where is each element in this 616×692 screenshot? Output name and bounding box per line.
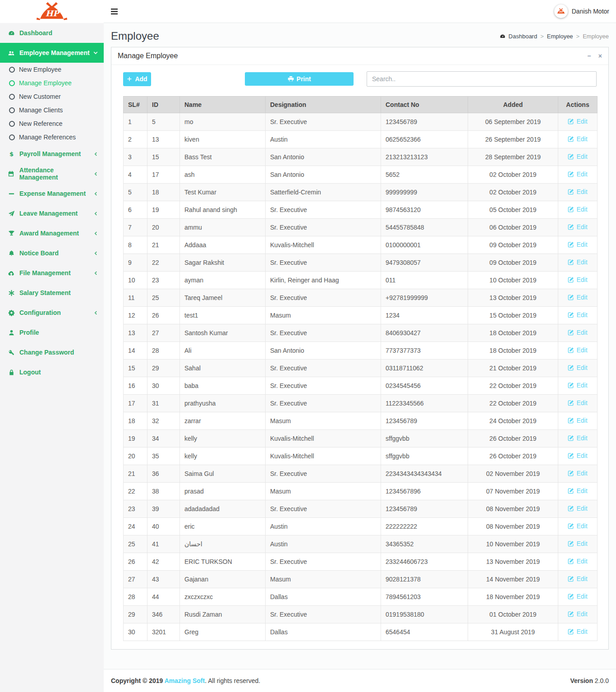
user-menu[interactable]: HP Danish Motor bbox=[554, 5, 609, 18]
edit-button[interactable]: Edit bbox=[568, 522, 587, 530]
sidebar-item-expense-management[interactable]: Expense Management bbox=[0, 184, 104, 203]
breadcrumb-employee[interactable]: Employee bbox=[547, 33, 573, 40]
cell-actions: Edit bbox=[558, 395, 598, 412]
cell-name: Tareq Jameel bbox=[180, 289, 266, 307]
sidebar-item-profile[interactable]: Profile bbox=[0, 323, 104, 342]
edit-button[interactable]: Edit bbox=[568, 399, 587, 406]
sidebar-item-award-management[interactable]: Award Management bbox=[0, 223, 104, 243]
edit-button[interactable]: Edit bbox=[568, 364, 587, 371]
sidebar-subitem-manage-references[interactable]: Manage References bbox=[0, 130, 104, 144]
table-row: 4 17 ash San Antonio 5652 02 October 201… bbox=[124, 166, 598, 184]
table-row: 15 29 Sahal Sr. Executive 03118711062 21… bbox=[124, 360, 598, 377]
edit-button[interactable]: Edit bbox=[568, 540, 587, 547]
edit-button[interactable]: Edit bbox=[568, 258, 587, 266]
table-row: 25 41 احسان Austin 34365352 10 November … bbox=[124, 535, 598, 553]
edit-button[interactable]: Edit bbox=[568, 135, 587, 143]
breadcrumb-dashboard[interactable]: Dashboard bbox=[509, 33, 538, 40]
cell-sl: 2 bbox=[124, 131, 147, 148]
edit-button[interactable]: Edit bbox=[568, 417, 587, 424]
sidebar-subitem-label: Manage References bbox=[19, 134, 76, 141]
sidebar-subitem-manage-clients[interactable]: Manage Clients bbox=[0, 103, 104, 117]
company-link[interactable]: Amazing Soft bbox=[165, 677, 205, 684]
edit-button-label: Edit bbox=[576, 610, 587, 618]
cell-name: Sahal bbox=[180, 360, 266, 377]
edit-button-label: Edit bbox=[576, 276, 587, 283]
search-input[interactable] bbox=[367, 71, 597, 87]
cell-designation: Austin bbox=[266, 535, 381, 553]
cell-id: 44 bbox=[147, 588, 180, 606]
brand-logo[interactable]: HP bbox=[0, 0, 104, 23]
edit-button[interactable]: Edit bbox=[568, 223, 587, 231]
cell-id: 28 bbox=[147, 342, 180, 360]
edit-button[interactable]: Edit bbox=[568, 206, 587, 213]
sidebar-item-logout[interactable]: Logout bbox=[0, 362, 104, 382]
sidebar-subitem-label: New Reference bbox=[19, 120, 63, 127]
edit-button[interactable]: Edit bbox=[568, 487, 587, 494]
sidebar-item-leave-management[interactable]: Leave Management bbox=[0, 203, 104, 223]
edit-button[interactable]: Edit bbox=[568, 452, 587, 459]
circle-icon bbox=[9, 134, 15, 140]
chevron-left-icon bbox=[93, 271, 98, 276]
sidebar-subitem-new-reference[interactable]: New Reference bbox=[0, 117, 104, 130]
sidebar-item-salary-statement[interactable]: Salary Statement bbox=[0, 283, 104, 303]
cell-added: 18 October 2019 bbox=[468, 324, 558, 342]
edit-button[interactable]: Edit bbox=[568, 628, 587, 635]
cell-designation: Sr. Executive bbox=[266, 219, 381, 236]
print-button[interactable]: Print bbox=[245, 72, 354, 86]
edit-button[interactable]: Edit bbox=[568, 470, 587, 477]
cell-designation: Sr. Executive bbox=[266, 324, 381, 342]
close-icon[interactable]: × bbox=[598, 52, 602, 60]
cell-actions: Edit bbox=[558, 342, 598, 360]
edit-button[interactable]: Edit bbox=[568, 610, 587, 618]
sidebar-item-label: File Management bbox=[19, 269, 71, 277]
send-icon bbox=[7, 210, 16, 217]
cell-designation: Sr. Executive bbox=[266, 254, 381, 272]
edit-button[interactable]: Edit bbox=[568, 241, 587, 248]
edit-button[interactable]: Edit bbox=[568, 593, 587, 600]
edit-button[interactable]: Edit bbox=[568, 118, 587, 125]
sidebar-item-file-management[interactable]: File Management bbox=[0, 263, 104, 283]
sidebar-subitem-new-employee[interactable]: New Employee bbox=[0, 63, 104, 76]
cell-id: 26 bbox=[147, 307, 180, 324]
edit-button[interactable]: Edit bbox=[568, 382, 587, 389]
edit-button[interactable]: Edit bbox=[568, 276, 587, 283]
edit-button[interactable]: Edit bbox=[568, 153, 587, 160]
cell-sl: 15 bbox=[124, 360, 147, 377]
cell-designation: Satterfield-Cremin bbox=[266, 184, 381, 201]
edit-button[interactable]: Edit bbox=[568, 188, 587, 195]
cell-actions: Edit bbox=[558, 377, 598, 395]
edit-button[interactable]: Edit bbox=[568, 346, 587, 354]
sidebar-subitem-manage-employee[interactable]: Manage Employee bbox=[0, 76, 104, 90]
cell-actions: Edit bbox=[558, 184, 598, 201]
table-row: 27 43 Gajanan Masum 9028121378 14 Novemb… bbox=[124, 571, 598, 588]
edit-button[interactable]: Edit bbox=[568, 505, 587, 512]
edit-icon bbox=[568, 347, 574, 353]
edit-button[interactable]: Edit bbox=[568, 171, 587, 178]
edit-button[interactable]: Edit bbox=[568, 575, 587, 582]
sidebar-item-configuration[interactable]: Configuration bbox=[0, 303, 104, 323]
edit-button[interactable]: Edit bbox=[568, 434, 587, 442]
collapse-icon[interactable]: − bbox=[587, 52, 591, 60]
cell-id: 346 bbox=[147, 606, 180, 623]
sidebar-item-dashboard[interactable]: Dashboard bbox=[0, 23, 104, 43]
add-button[interactable]: Add bbox=[123, 72, 151, 86]
sidebar-item-employee-management[interactable]: Employee Management bbox=[0, 43, 104, 63]
cell-contact: 1234 bbox=[381, 307, 468, 324]
sidebar-subitem-new-customer[interactable]: New Customer bbox=[0, 90, 104, 103]
edit-button[interactable]: Edit bbox=[568, 558, 587, 565]
menu-toggle-button[interactable] bbox=[110, 8, 118, 15]
sidebar-item-payroll-management[interactable]: $ Payroll Management bbox=[0, 144, 104, 164]
cell-designation: Sr. Executive bbox=[266, 465, 381, 483]
cell-added: 15 October 2019 bbox=[468, 307, 558, 324]
edit-button[interactable]: Edit bbox=[568, 329, 587, 336]
sidebar-item-attendance-management[interactable]: Attendance Management bbox=[0, 164, 104, 184]
edit-button[interactable]: Edit bbox=[568, 311, 587, 318]
sidebar-subitem-label: New Employee bbox=[19, 66, 61, 73]
cell-actions: Edit bbox=[558, 236, 598, 254]
sidebar-item-change-password[interactable]: Change Password bbox=[0, 342, 104, 362]
cell-name: Gajanan bbox=[180, 571, 266, 588]
edit-button-label: Edit bbox=[576, 364, 587, 371]
sidebar-item-notice-board[interactable]: Notice Board bbox=[0, 243, 104, 263]
cell-id: 40 bbox=[147, 518, 180, 535]
edit-button[interactable]: Edit bbox=[568, 294, 587, 301]
